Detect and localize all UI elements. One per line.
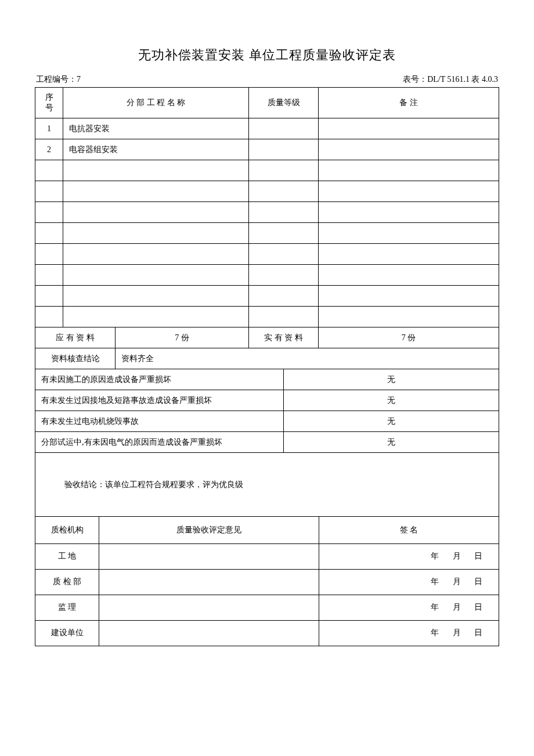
- row-seq: [35, 202, 63, 223]
- table-row: 2 电容器组安装: [35, 139, 499, 160]
- question-text: 有未因施工的原因造成设备严重损坏: [35, 369, 284, 390]
- table-row: [35, 307, 499, 327]
- materials-row: 应 有 资 料 7 份 实 有 资 料 7 份: [35, 327, 499, 348]
- row-name: [63, 244, 249, 265]
- sig-org: 建设单位: [35, 620, 99, 646]
- question-text: 有未发生过电动机烧毁事故: [35, 411, 284, 432]
- row-seq: [35, 265, 63, 286]
- row-note: [319, 181, 499, 202]
- table-row: [35, 223, 499, 244]
- materials-check-row: 资料核查结论 资料齐全: [35, 348, 499, 369]
- row-name: [63, 223, 249, 244]
- sig-org: 监 理: [35, 595, 99, 620]
- row-name: [63, 265, 249, 286]
- header-name: 分 部 工 程 名 称: [63, 88, 249, 118]
- row-name: [63, 160, 249, 181]
- row-note: [319, 139, 499, 160]
- project-no-label: 工程编号：: [36, 75, 77, 84]
- form-no: 表号：DL/T 5161.1 表 4.0.3: [403, 74, 498, 85]
- row-seq: [35, 244, 63, 265]
- row-seq: 2: [35, 139, 63, 160]
- header-note: 备 注: [319, 88, 499, 118]
- conclusion-text: 验收结论：该单位工程符合规程要求，评为优良级: [35, 453, 499, 517]
- sig-header-org: 质检机构: [35, 517, 99, 543]
- table-row: [35, 202, 499, 223]
- header-seq: 序号: [35, 88, 63, 118]
- row-name: [63, 307, 249, 327]
- row-seq: [35, 307, 63, 327]
- question-answer: 无: [284, 411, 499, 432]
- sig-header-opinion: 质量验收评定意见: [99, 517, 319, 543]
- table-row: [35, 244, 499, 265]
- row-name: 电抗器安装: [63, 118, 249, 139]
- table-row: [35, 160, 499, 181]
- row-note: [319, 118, 499, 139]
- sig-row: 质 检 部 年 月 日: [35, 569, 499, 595]
- materials-check-value: 资料齐全: [116, 348, 499, 369]
- question-answer: 无: [284, 432, 499, 453]
- meta-row: 工程编号：7 表号：DL/T 5161.1 表 4.0.3: [35, 74, 499, 85]
- sig-date: 年 月 日: [319, 543, 499, 569]
- row-note: [319, 244, 499, 265]
- materials-should-value: 7 份: [116, 327, 249, 348]
- row-grade: [249, 202, 319, 223]
- row-name: [63, 286, 249, 307]
- sig-header-sign: 签 名: [319, 517, 499, 543]
- row-grade: [249, 118, 319, 139]
- row-grade: [249, 265, 319, 286]
- row-name: [63, 202, 249, 223]
- sig-opinion: [99, 569, 319, 595]
- row-seq: 1: [35, 118, 63, 139]
- row-seq: [35, 286, 63, 307]
- sig-date: 年 月 日: [319, 569, 499, 595]
- row-grade: [249, 244, 319, 265]
- header-row: 序号 分 部 工 程 名 称 质量等级 备 注: [35, 88, 499, 118]
- question-answer: 无: [284, 369, 499, 390]
- row-grade: [249, 139, 319, 160]
- question-text: 分部试运中,有未因电气的原因而造成设备严重损坏: [35, 432, 284, 453]
- materials-should-label: 应 有 资 料: [35, 327, 116, 348]
- row-note: [319, 160, 499, 181]
- row-grade: [249, 223, 319, 244]
- table-row: [35, 181, 499, 202]
- question-row: 有未因施工的原因造成设备严重损坏 无: [35, 369, 499, 390]
- row-grade: [249, 286, 319, 307]
- sig-opinion: [99, 620, 319, 646]
- row-grade: [249, 160, 319, 181]
- signature-table: 质检机构 质量验收评定意见 签 名 工 地 年 月 日 质 检 部 年 月 日 …: [35, 517, 499, 646]
- row-seq: [35, 181, 63, 202]
- row-name: [63, 181, 249, 202]
- project-no: 工程编号：7: [36, 74, 81, 85]
- form-no-value: DL/T 5161.1 表 4.0.3: [427, 75, 498, 84]
- sig-row: 建设单位 年 月 日: [35, 620, 499, 646]
- header-grade: 质量等级: [249, 88, 319, 118]
- row-note: [319, 286, 499, 307]
- question-text: 有未发生过因接地及短路事故造成设备严重损坏: [35, 390, 284, 411]
- sig-org: 质 检 部: [35, 569, 99, 595]
- project-no-value: 7: [77, 75, 81, 84]
- sig-date: 年 月 日: [319, 595, 499, 620]
- table-row: 1 电抗器安装: [35, 118, 499, 139]
- table-row: [35, 265, 499, 286]
- question-answer: 无: [284, 390, 499, 411]
- materials-actual-value: 7 份: [319, 327, 499, 348]
- form-no-label: 表号：: [403, 75, 427, 84]
- sig-row: 工 地 年 月 日: [35, 543, 499, 569]
- materials-check-label: 资料核查结论: [35, 348, 116, 369]
- question-row: 有未发生过电动机烧毁事故 无: [35, 411, 499, 432]
- row-seq: [35, 160, 63, 181]
- row-grade: [249, 307, 319, 327]
- question-row: 有未发生过因接地及短路事故造成设备严重损坏 无: [35, 390, 499, 411]
- table-row: [35, 286, 499, 307]
- row-seq: [35, 223, 63, 244]
- sig-opinion: [99, 543, 319, 569]
- materials-actual-label: 实 有 资 料: [249, 327, 319, 348]
- row-note: [319, 202, 499, 223]
- row-name: 电容器组安装: [63, 139, 249, 160]
- sig-opinion: [99, 595, 319, 620]
- sig-date: 年 月 日: [319, 620, 499, 646]
- row-note: [319, 223, 499, 244]
- row-note: [319, 265, 499, 286]
- conclusion-row: 验收结论：该单位工程符合规程要求，评为优良级: [35, 453, 499, 517]
- sig-org: 工 地: [35, 543, 99, 569]
